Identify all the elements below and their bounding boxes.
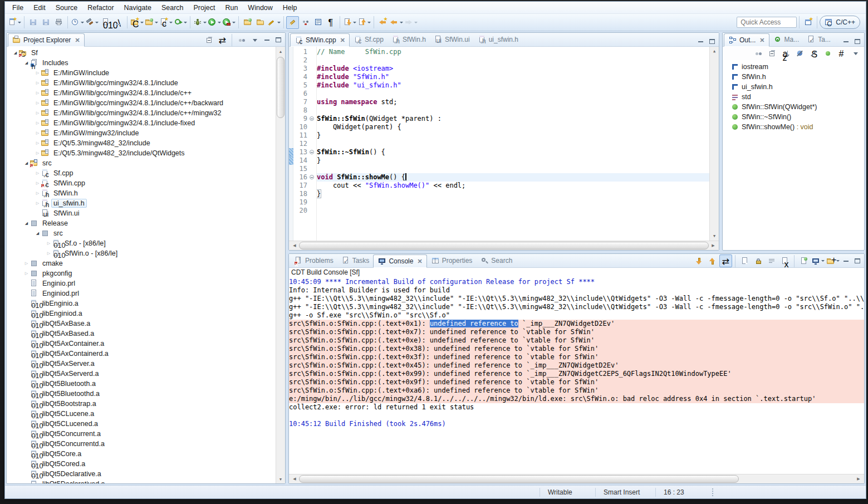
print-button[interactable] bbox=[52, 16, 65, 29]
minimize-icon[interactable] bbox=[841, 256, 851, 266]
view-menu-button[interactable] bbox=[849, 47, 862, 60]
dropdown-arrow-icon[interactable] bbox=[218, 22, 221, 23]
open-element-button[interactable] bbox=[241, 16, 254, 29]
prev-annotation-button[interactable] bbox=[357, 16, 371, 29]
close-icon[interactable]: ✕ bbox=[759, 37, 764, 44]
fold-marker-icon[interactable] bbox=[310, 116, 314, 121]
code-editor[interactable]: // Name SfWin.cpp#include <iostream>#inc… bbox=[317, 47, 709, 241]
fold-marker-icon[interactable] bbox=[310, 175, 314, 179]
link-editor-button[interactable]: ⇄ bbox=[216, 33, 229, 46]
menu-help[interactable]: Help bbox=[278, 3, 302, 13]
menu-source[interactable]: Source bbox=[51, 3, 83, 13]
minimize-icon[interactable] bbox=[695, 36, 706, 46]
code-line[interactable]: cout << "SfWin.showMe()" << endl; bbox=[317, 182, 709, 190]
dropdown-arrow-icon[interactable] bbox=[414, 22, 418, 23]
code-line[interactable] bbox=[317, 140, 709, 148]
outline-item[interactable]: SfWin::showMe() : void bbox=[723, 122, 864, 132]
tree-item[interactable]: 010 libQt5Core.a bbox=[7, 449, 276, 459]
dropdown-arrow-icon[interactable] bbox=[18, 22, 21, 23]
down-arrow-button[interactable] bbox=[693, 255, 705, 267]
show-block-button[interactable] bbox=[312, 16, 325, 29]
tree-item[interactable]: 010 libQt5AxServerd.a bbox=[7, 369, 276, 379]
tree-item[interactable]: 010 libQt5Bluetooth.a bbox=[7, 379, 276, 389]
maximize-icon[interactable] bbox=[707, 36, 717, 46]
scroll-up-icon[interactable]: ▲ bbox=[276, 47, 285, 56]
code-line[interactable] bbox=[317, 165, 709, 173]
tree-item[interactable]: 010 libQt5Concurrent.a bbox=[7, 429, 276, 439]
tree-item[interactable]: ▷ pkgconfig bbox=[7, 268, 276, 278]
code-line[interactable]: // Name SfWin.cpp bbox=[317, 48, 709, 56]
menu-file[interactable]: File bbox=[7, 3, 28, 13]
code-line[interactable]: #include "SfWin.h" bbox=[317, 73, 709, 81]
focus-button[interactable] bbox=[752, 47, 764, 60]
cpp-perspective-button[interactable]: CC/C++ bbox=[820, 16, 860, 29]
scroll-right-icon[interactable]: ▶ bbox=[709, 241, 718, 250]
dropdown-arrow-icon[interactable] bbox=[400, 22, 403, 23]
close-icon[interactable]: ✕ bbox=[75, 37, 80, 44]
explorer-vscrollbar[interactable]: ▲ ▼ bbox=[276, 47, 285, 483]
fold-marker-icon[interactable] bbox=[310, 150, 314, 154]
dropdown-arrow-icon[interactable] bbox=[140, 22, 144, 23]
search-brush-button[interactable] bbox=[267, 16, 281, 29]
tree-item[interactable]: ▷ E:/MinGW/include bbox=[7, 68, 276, 78]
scroll-right-icon[interactable]: ▶ bbox=[854, 474, 863, 483]
word-wrap-button[interactable] bbox=[765, 255, 778, 267]
back-button[interactable] bbox=[389, 16, 404, 29]
code-line[interactable]: } bbox=[317, 131, 709, 140]
tree-item[interactable]: 010 libQt5AxContainerd.a bbox=[7, 349, 276, 359]
editor-hscrollbar[interactable]: ◀ ▶ bbox=[289, 241, 719, 250]
editor-tab-SfWin.cpp[interactable]: .cSfWin.cpp ✕ bbox=[290, 33, 350, 47]
tree-item[interactable]: 010 libQt5Bluetoothd.a bbox=[7, 389, 276, 399]
up-arrow-button[interactable] bbox=[706, 255, 719, 267]
quick-access-input[interactable] bbox=[737, 17, 797, 28]
hide-fields-button[interactable] bbox=[793, 47, 806, 60]
open-resource-button[interactable] bbox=[254, 16, 267, 29]
tree-item[interactable]: 010 libQt5Bootstrap.a bbox=[7, 399, 276, 409]
scroll-up-icon[interactable]: ▲ bbox=[710, 47, 719, 56]
outline-tab-Out[interactable]: Out... ✕ bbox=[724, 33, 769, 47]
tree-item[interactable]: 010 libEnginiod.a bbox=[7, 309, 276, 319]
editor-tab-SfWin.ui[interactable]: uiSfWin.ui bbox=[430, 33, 474, 46]
hide-static-button[interactable]: S bbox=[807, 47, 820, 60]
dropdown-arrow-icon[interactable] bbox=[232, 22, 236, 23]
dropdown-arrow-icon[interactable] bbox=[169, 22, 173, 23]
console-tab-Console[interactable]: Console ✕ bbox=[373, 255, 426, 268]
code-line[interactable] bbox=[317, 198, 709, 207]
close-icon[interactable]: ✕ bbox=[417, 258, 422, 265]
dropdown-arrow-icon[interactable] bbox=[277, 22, 281, 23]
console-tab-Search[interactable]: Search bbox=[476, 254, 516, 267]
scroll-down-icon[interactable]: ▼ bbox=[710, 232, 719, 241]
tree-item[interactable]: 010 libQt5CLucened.a bbox=[7, 419, 276, 429]
hide-inactive-button[interactable]: # bbox=[835, 47, 848, 60]
tree-item[interactable]: 010 libQt5AxBase.a bbox=[7, 319, 276, 329]
scroll-left-icon[interactable]: ◀ bbox=[290, 241, 299, 250]
outline-item[interactable]: SfWin::~SfWin() bbox=[723, 112, 864, 122]
dropdown-arrow-icon[interactable] bbox=[353, 22, 356, 23]
pin-console-button[interactable] bbox=[797, 255, 810, 267]
tree-item[interactable]: ▷ E:/Qt/5.3/mingw482_32/include/QtWidget… bbox=[7, 148, 276, 158]
menu-project[interactable]: Project bbox=[189, 3, 220, 13]
scroll-left-icon[interactable]: ◀ bbox=[290, 474, 299, 483]
forward-button[interactable] bbox=[404, 16, 418, 29]
tree-item[interactable]: Enginio.prl bbox=[7, 278, 276, 288]
tree-item[interactable]: 010 libQt5Declaratived.a bbox=[7, 479, 276, 483]
console-tab-Properties[interactable]: Properties bbox=[427, 254, 477, 267]
outline-list[interactable]: iostream SfWin.h ui_sfwin.h std SfWin::S… bbox=[723, 60, 864, 250]
new-class-button[interactable]: C★ bbox=[130, 16, 144, 29]
tree-item[interactable]: ▷ E:/MinGW/lib/gcc/mingw32/4.8.1/include… bbox=[7, 108, 276, 118]
tree-item[interactable]: ▷ E:/MinGW/mingw32/include bbox=[7, 128, 276, 138]
tree-item[interactable]: ◢xx src bbox=[7, 158, 276, 168]
menu-navigate[interactable]: Navigate bbox=[119, 3, 156, 13]
close-icon[interactable]: ✕ bbox=[340, 37, 345, 44]
highlighter-button[interactable] bbox=[286, 16, 299, 29]
clear-console-button[interactable]: x bbox=[778, 255, 791, 267]
collapse-all-button[interactable] bbox=[766, 47, 778, 60]
run-button[interactable] bbox=[207, 16, 222, 29]
new-wizard-button[interactable]: ★ bbox=[7, 16, 22, 29]
tree-item[interactable]: ▷.c Sf.cpp bbox=[7, 168, 276, 178]
next-annotation-button[interactable] bbox=[342, 16, 357, 29]
build-hammer-button[interactable] bbox=[85, 16, 99, 29]
focus-button[interactable] bbox=[235, 33, 248, 46]
dropdown-arrow-icon[interactable] bbox=[203, 22, 207, 23]
tree-item[interactable]: ▷.h ui_sfwin.h bbox=[7, 198, 276, 208]
